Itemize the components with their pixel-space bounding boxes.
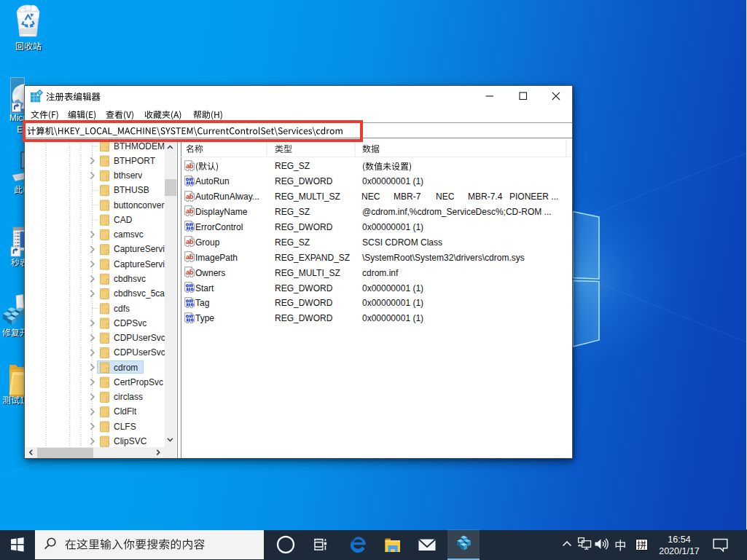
svg-text:ab: ab	[186, 237, 194, 245]
svg-text:ab: ab	[186, 162, 194, 170]
svg-text:ab: ab	[186, 268, 194, 276]
svg-text:ab: ab	[186, 207, 194, 215]
svg-text:ab: ab	[186, 192, 194, 200]
svg-text:ab: ab	[186, 253, 194, 261]
